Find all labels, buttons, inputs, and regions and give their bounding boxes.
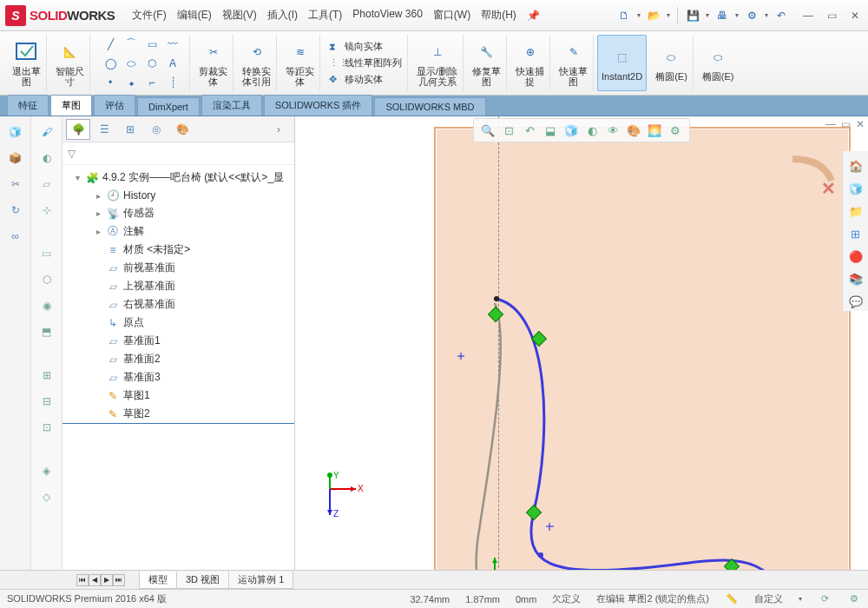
rail2-plane-icon[interactable]: ▱	[36, 174, 57, 195]
tp-folder-icon[interactable]: 📁	[846, 202, 865, 221]
tp-layers-icon[interactable]: ⊞	[846, 224, 865, 243]
rail-feature-icon[interactable]: 🧊	[5, 122, 26, 142]
hide-show-icon[interactable]: 👁	[604, 122, 621, 139]
point-tool-icon[interactable]: •	[101, 74, 120, 91]
scroll-prev-icon[interactable]: ◀	[89, 574, 101, 586]
menu-help[interactable]: 帮助(H)	[477, 6, 520, 24]
rail-loft-icon[interactable]: ∞	[5, 226, 26, 247]
spline-tool-icon[interactable]: 〰	[163, 36, 182, 53]
zoom-area-icon[interactable]: ⊡	[500, 122, 517, 139]
tree-annotations[interactable]: ▸Ⓐ注解	[62, 222, 294, 241]
rail2-more3-icon[interactable]: ◉	[36, 295, 57, 316]
section-view-icon[interactable]: ⬓	[542, 122, 559, 139]
exit-sketch-button[interactable]: 退出草 图	[7, 35, 47, 91]
tab-features[interactable]: 特征	[7, 95, 49, 116]
tree-history[interactable]: ▸🕘History	[62, 187, 294, 204]
tree-root[interactable]: ▾ 🧩 4.9.2 实例——吧台椅 (默认<<默认>_显	[62, 169, 294, 187]
view-orient-icon[interactable]: 🧊	[562, 122, 580, 139]
prev-view-icon[interactable]: ↶	[521, 122, 538, 139]
confirm-corner[interactable]: ✕	[788, 155, 840, 201]
offset-button[interactable]: ≋ 等距实 体	[280, 35, 320, 91]
rail2-more2-icon[interactable]: ⬡	[36, 269, 57, 290]
rail-box-icon[interactable]: 📦	[5, 148, 26, 169]
menu-insert[interactable]: 插入(I)	[264, 6, 301, 24]
apply-scene-icon[interactable]: 🌅	[646, 122, 663, 139]
tree-sketch2[interactable]: ✎草图2	[62, 405, 294, 424]
maximize-icon[interactable]: ▭	[824, 8, 840, 23]
polygon-tool-icon[interactable]: ⬡	[142, 55, 161, 72]
btab-motion[interactable]: 运动算例 1	[228, 572, 293, 589]
rail2-more4-icon[interactable]: ⬒	[36, 321, 57, 342]
tab-addins[interactable]: SOLIDWORKS 插件	[264, 95, 373, 116]
feature-tree[interactable]: ▾ 🧩 4.9.2 实例——吧台椅 (默认<<默认>_显 ▸🕘History ▸…	[62, 165, 294, 570]
rail-revolve-icon[interactable]: ↻	[5, 200, 26, 221]
view-settings-icon[interactable]: ⚙	[667, 122, 684, 139]
expander-icon[interactable]: ▾	[73, 173, 82, 182]
tab-render[interactable]: 渲染工具	[201, 95, 262, 116]
repair-button[interactable]: 🔧 修复草 图	[467, 35, 507, 91]
btab-model[interactable]: 模型	[139, 572, 177, 589]
text-tool-icon[interactable]: A	[163, 55, 182, 72]
status-settings-icon[interactable]: ⚙	[847, 592, 861, 606]
fm-tab-appearance[interactable]: 🎨	[170, 119, 194, 140]
trim-button[interactable]: ✂ 剪裁实 体	[194, 35, 233, 91]
view-triad[interactable]: X Y Z	[312, 472, 365, 526]
ellipse-tool-icon[interactable]: ⬥	[122, 74, 141, 91]
tree-right-plane[interactable]: ▱右视基准面	[62, 295, 294, 314]
vp-max-icon[interactable]: ▭	[841, 118, 851, 130]
edit-appearance-icon[interactable]: 🎨	[625, 122, 642, 139]
rail2-more1-icon[interactable]: ▭	[36, 243, 57, 264]
fm-tab-tree[interactable]: 🌳	[66, 119, 90, 140]
circle-tool-icon[interactable]: ◯	[101, 55, 120, 72]
slot-tool-icon[interactable]: ⬭	[122, 55, 141, 72]
mirror-button[interactable]: ⧗镜向实体	[327, 39, 404, 54]
tab-dimxpert[interactable]: DimXpert	[137, 97, 200, 116]
show-relations-button[interactable]: ⊥ 显示/删除 几何关系	[411, 35, 464, 91]
close-icon[interactable]: ✕	[847, 8, 863, 23]
tree-plane2[interactable]: ▱基准面2	[62, 350, 294, 368]
line-tool-icon[interactable]: ╱	[101, 36, 120, 53]
tp-iso-icon[interactable]: 🧊	[846, 179, 865, 198]
options-icon[interactable]: ⚙	[744, 8, 760, 23]
vp-close-icon[interactable]: ✕	[856, 118, 865, 130]
tab-evaluate[interactable]: 评估	[94, 95, 135, 116]
tree-material[interactable]: ≡材质 <未指定>	[62, 241, 294, 259]
tree-plane1[interactable]: ▱基准面1	[62, 332, 294, 350]
tree-front-plane[interactable]: ▱前视基准面	[62, 259, 294, 277]
fm-tab-config[interactable]: ☰	[92, 119, 116, 140]
tp-forum-icon[interactable]: 💬	[846, 292, 865, 311]
menu-photoview[interactable]: PhotoView 360	[349, 6, 426, 24]
status-unit-icon[interactable]: 📏	[725, 592, 739, 606]
tree-sensors[interactable]: ▸📡传感器	[62, 204, 294, 222]
fm-tab-display[interactable]: ◎	[144, 119, 168, 140]
rail2-more6-icon[interactable]: ⊟	[36, 391, 57, 412]
tree-plane3[interactable]: ▱基准面3	[62, 368, 294, 387]
scroll-next-icon[interactable]: ▶	[101, 574, 113, 586]
ellipse1-button[interactable]: ⬭ 椭圆(E)	[650, 35, 694, 91]
menu-edit[interactable]: 编辑(E)	[174, 6, 215, 24]
convert-button[interactable]: ⟲ 转换实 体引用	[237, 35, 277, 91]
status-custom[interactable]: 自定义	[754, 592, 783, 605]
rail2-appear-icon[interactable]: ◐	[36, 148, 57, 169]
rail-cut-icon[interactable]: ✂	[5, 174, 26, 195]
menu-window[interactable]: 窗口(W)	[430, 6, 474, 24]
print-icon[interactable]: 🖶	[714, 8, 730, 23]
open-icon[interactable]: 📂	[646, 8, 661, 23]
filter-icon[interactable]: ▽	[68, 148, 76, 160]
rail2-paint-icon[interactable]: 🖌	[36, 122, 57, 142]
display-style-icon[interactable]: ◐	[583, 122, 601, 139]
scroll-last-icon[interactable]: ⏭	[113, 574, 125, 586]
rail2-more7-icon[interactable]: ⊡	[36, 417, 57, 438]
smart-dimension-button[interactable]: 📐 智能尺 寸	[50, 35, 90, 91]
minimize-icon[interactable]: —	[799, 8, 817, 23]
menu-tools[interactable]: 工具(T)	[305, 6, 345, 24]
menu-file[interactable]: 文件(F)	[128, 6, 169, 24]
status-rebuild-icon[interactable]: ⟳	[818, 592, 832, 606]
move-button[interactable]: ✥移动实体	[327, 72, 404, 87]
vp-min-icon[interactable]: —	[825, 118, 836, 130]
tree-top-plane[interactable]: ▱上视基准面	[62, 277, 294, 295]
rapid-sketch-button[interactable]: ✎ 快速草 图	[554, 35, 594, 91]
linear-pattern-button[interactable]: ⋮⋮线性草图阵列	[327, 56, 404, 70]
rect-tool-icon[interactable]: ▭	[142, 36, 161, 53]
ellipse2-button[interactable]: ⬭ 椭圆(E)	[697, 35, 740, 91]
